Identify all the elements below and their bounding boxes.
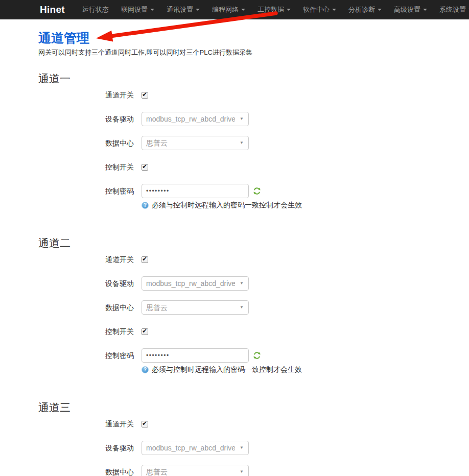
nav-item-network-settings[interactable]: 联网设置 bbox=[115, 0, 160, 19]
help-icon: ? bbox=[142, 366, 149, 373]
refresh-icon bbox=[253, 187, 261, 195]
chevron-down-icon bbox=[332, 9, 336, 11]
nav-item-label: 系统设置 bbox=[439, 5, 466, 14]
nav-item-programming-network[interactable]: 编程网络 bbox=[206, 0, 251, 19]
channel-switch-label: 通道开关 bbox=[38, 252, 134, 267]
control-password-row: 控制密码 ? 必须与控制时远程输入的密码一致控制才会生 bbox=[38, 184, 469, 210]
data-center-select[interactable]: 思普云 bbox=[142, 465, 249, 476]
control-password-label: 控制密码 bbox=[38, 184, 134, 198]
control-switch-label: 控制开关 bbox=[38, 324, 134, 339]
chevron-down-icon bbox=[287, 9, 291, 11]
channel-two-section: 通道二 通道开关 设备驱动 modbus_tcp_rw_abcd_driver … bbox=[38, 236, 469, 374]
main-content: 通道管理 网关可以同时支持三个通道同时工作,即可以同时对三个PLC进行数据采集 … bbox=[0, 19, 469, 476]
page-subtitle: 网关可以同时支持三个通道同时工作,即可以同时对三个PLC进行数据采集 bbox=[38, 49, 469, 57]
control-password-row: 控制密码 ? 必须与控制时远程输入的密码一致控制才会生 bbox=[38, 348, 469, 374]
data-center-label: 数据中心 bbox=[38, 465, 134, 476]
chevron-down-icon bbox=[423, 9, 427, 11]
channel-switch-checkbox[interactable] bbox=[142, 421, 148, 427]
nav-item-label: 软件中心 bbox=[303, 5, 330, 14]
device-driver-row: 设备驱动 modbus_tcp_rw_abcd_driver ▼ bbox=[38, 112, 469, 126]
nav-item-label: 通讯设置 bbox=[167, 5, 193, 14]
control-switch-row: 控制开关 bbox=[38, 324, 469, 339]
channel-heading: 通道二 bbox=[38, 236, 469, 249]
data-center-select[interactable]: 思普云 bbox=[142, 136, 249, 150]
data-center-label: 数据中心 bbox=[38, 136, 134, 150]
help-icon: ? bbox=[142, 202, 149, 209]
device-driver-label: 设备驱动 bbox=[38, 276, 134, 291]
data-center-label: 数据中心 bbox=[38, 300, 134, 315]
nav-item-label: 编程网络 bbox=[212, 5, 239, 14]
nav-item-software-center[interactable]: 软件中心 bbox=[297, 0, 342, 19]
data-center-select[interactable]: 思普云 bbox=[142, 300, 249, 315]
control-switch-checkbox[interactable] bbox=[142, 164, 148, 171]
device-driver-label: 设备驱动 bbox=[38, 112, 134, 126]
nav-item-label: 工控数据 bbox=[257, 5, 284, 14]
control-password-label: 控制密码 bbox=[38, 348, 134, 363]
refresh-password-button[interactable] bbox=[253, 187, 261, 195]
chevron-down-icon bbox=[241, 9, 245, 11]
refresh-icon bbox=[253, 351, 261, 360]
nav-item-system-settings[interactable]: 系统设置 bbox=[433, 0, 469, 19]
nav-item-industrial-data[interactable]: 工控数据 bbox=[251, 0, 297, 19]
device-driver-select[interactable]: modbus_tcp_rw_abcd_driver bbox=[142, 441, 249, 455]
control-switch-label: 控制开关 bbox=[38, 160, 134, 174]
page-title: 通道管理 bbox=[38, 31, 469, 45]
nav-item-run-status[interactable]: 运行状态 bbox=[76, 0, 115, 19]
device-driver-select[interactable]: modbus_tcp_rw_abcd_driver bbox=[142, 276, 249, 291]
nav-item-advanced-settings[interactable]: 高级设置 bbox=[388, 0, 433, 19]
nav-item-label: 高级设置 bbox=[394, 5, 420, 14]
password-help: ? 必须与控制时远程输入的密码一致控制才会生效 bbox=[142, 201, 302, 210]
channel-heading: 通道三 bbox=[38, 401, 469, 414]
password-help: ? 必须与控制时远程输入的密码一致控制才会生效 bbox=[142, 365, 302, 374]
data-center-row: 数据中心 思普云 ▼ bbox=[38, 465, 469, 476]
nav-item-label: 运行状态 bbox=[82, 5, 109, 14]
chevron-down-icon bbox=[378, 9, 382, 11]
channel-switch-row: 通道开关 bbox=[38, 417, 469, 431]
password-help-text: 必须与控制时远程输入的密码一致控制才会生效 bbox=[152, 201, 302, 210]
channel-switch-row: 通道开关 bbox=[38, 252, 469, 267]
channel-three-section: 通道三 通道开关 设备驱动 modbus_tcp_rw_abcd_driver … bbox=[38, 401, 469, 476]
data-center-row: 数据中心 思普云 ▼ bbox=[38, 136, 469, 150]
brand-logo[interactable]: Hinet bbox=[40, 4, 65, 15]
device-driver-row: 设备驱动 modbus_tcp_rw_abcd_driver ▼ bbox=[38, 276, 469, 291]
control-switch-row: 控制开关 bbox=[38, 160, 469, 174]
channel-switch-label: 通道开关 bbox=[38, 417, 134, 431]
control-password-input[interactable] bbox=[142, 348, 249, 363]
device-driver-select[interactable]: modbus_tcp_rw_abcd_driver bbox=[142, 112, 249, 126]
channel-switch-checkbox[interactable] bbox=[142, 256, 148, 263]
channel-one-section: 通道一 通道开关 设备驱动 modbus_tcp_rw_abcd_driver … bbox=[38, 72, 469, 210]
control-password-input[interactable] bbox=[142, 184, 249, 198]
device-driver-label: 设备驱动 bbox=[38, 441, 134, 455]
channel-switch-label: 通道开关 bbox=[38, 88, 134, 102]
channel-heading: 通道一 bbox=[38, 72, 469, 85]
nav-item-analysis-diagnosis[interactable]: 分析诊断 bbox=[342, 0, 388, 19]
nav-item-comm-settings[interactable]: 通讯设置 bbox=[160, 0, 206, 19]
top-navbar: Hinet 运行状态 联网设置 通讯设置 编程网络 工控数据 软件中心 分析诊断… bbox=[0, 0, 469, 19]
device-driver-row: 设备驱动 modbus_tcp_rw_abcd_driver ▼ bbox=[38, 441, 469, 455]
refresh-password-button[interactable] bbox=[253, 351, 261, 360]
control-switch-checkbox[interactable] bbox=[142, 328, 148, 335]
channel-switch-checkbox[interactable] bbox=[142, 92, 148, 99]
nav-item-label: 联网设置 bbox=[121, 5, 148, 14]
channel-switch-row: 通道开关 bbox=[38, 88, 469, 102]
data-center-row: 数据中心 思普云 ▼ bbox=[38, 300, 469, 315]
nav-item-label: 分析诊断 bbox=[348, 5, 375, 14]
chevron-down-icon bbox=[150, 9, 154, 11]
password-help-text: 必须与控制时远程输入的密码一致控制才会生效 bbox=[152, 365, 302, 374]
chevron-down-icon bbox=[196, 9, 200, 11]
